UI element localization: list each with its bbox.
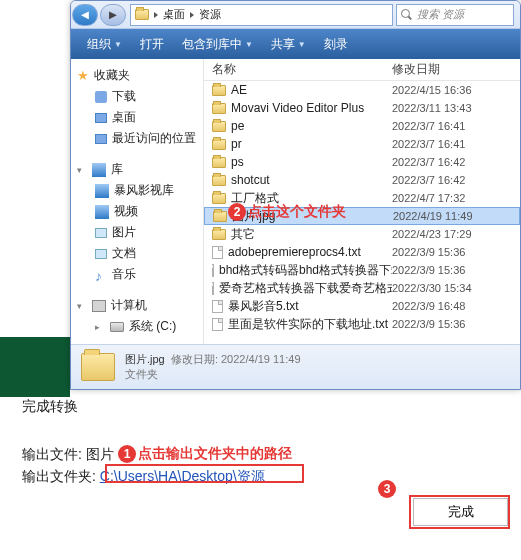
disk-icon xyxy=(110,322,124,332)
file-row[interactable]: bhd格式转码器bhd格式转换器下载.txt2022/3/9 15:36 xyxy=(204,261,520,279)
chevron-icon xyxy=(190,12,194,18)
music-icon: ♪ xyxy=(95,268,107,282)
file-date: 2022/3/9 15:36 xyxy=(392,318,520,330)
folder-icon xyxy=(212,175,226,186)
sidebar-item-docs[interactable]: 文档 xyxy=(71,243,203,264)
file-date: 2022/4/15 16:36 xyxy=(392,84,520,96)
file-name: AE xyxy=(231,83,247,97)
nav-fwd-button[interactable]: ► xyxy=(100,4,126,26)
file-row[interactable]: 里面是软件实际的下载地址.txt2022/3/9 15:36 xyxy=(204,315,520,333)
cmd-burn[interactable]: 刻录 xyxy=(316,33,356,56)
file-row[interactable]: adobepremiereprocs4.txt2022/3/9 15:36 xyxy=(204,243,520,261)
file-name: shotcut xyxy=(231,173,270,187)
col-mdate[interactable]: 修改日期 xyxy=(392,61,520,78)
column-headers[interactable]: 名称 修改日期 xyxy=(204,59,520,81)
file-date: 2022/3/7 16:41 xyxy=(392,138,520,150)
file-row[interactable]: ps2022/3/7 16:42 xyxy=(204,153,520,171)
file-icon xyxy=(212,264,214,277)
download-icon xyxy=(95,91,107,103)
file-name: adobepremiereprocs4.txt xyxy=(228,245,361,259)
file-row[interactable]: 其它2022/4/23 17:29 xyxy=(204,225,520,243)
file-name: 其它 xyxy=(231,226,255,243)
doc-icon xyxy=(95,249,107,259)
output-dir-row: 输出文件夹: C:\Users\HA\Desktop\资源 xyxy=(22,468,265,486)
file-row[interactable]: 爱奇艺格式转换器下载爱奇艺格式转换工...2022/3/30 15:34 xyxy=(204,279,520,297)
file-name: ps xyxy=(231,155,244,169)
file-date: 2022/3/9 15:36 xyxy=(392,246,520,258)
file-date: 2022/3/9 16:48 xyxy=(392,300,520,312)
library-icon xyxy=(92,163,106,177)
file-date: 2022/3/7 16:42 xyxy=(392,156,520,168)
col-name[interactable]: 名称 xyxy=(212,61,392,78)
file-row[interactable]: pr2022/3/7 16:41 xyxy=(204,135,520,153)
file-list: 名称 修改日期 AE2022/4/15 16:36Movavi Video Ed… xyxy=(204,59,520,344)
file-icon xyxy=(212,282,214,295)
address-bar[interactable]: 桌面 资源 xyxy=(130,4,393,26)
folder-icon xyxy=(212,121,226,132)
output-dir-path[interactable]: C:\Users\HA\Desktop\资源 xyxy=(100,468,265,484)
chevron-icon: ▸ xyxy=(95,322,105,332)
sidebar-item-downloads[interactable]: 下载 xyxy=(71,86,203,107)
file-row[interactable]: pe2022/3/7 16:41 xyxy=(204,117,520,135)
titlebar: ◄ ► 桌面 资源 搜索 资源 xyxy=(71,1,520,29)
sidebar: ★ 收藏夹 下载 桌面 最近访问的位置 ▾ 库 暴风影视库 视频 图片 文档 ♪… xyxy=(71,59,204,344)
sidebar-item-recent[interactable]: 最近访问的位置 xyxy=(71,128,203,149)
file-name: bhd格式转码器bhd格式转换器下载.txt xyxy=(219,262,392,279)
cmd-organize[interactable]: 组织 ▼ xyxy=(79,33,130,56)
file-name: 爱奇艺格式转换器下载爱奇艺格式转换工... xyxy=(219,280,392,297)
recent-icon xyxy=(95,134,107,144)
cmd-include[interactable]: 包含到库中 ▼ xyxy=(174,33,261,56)
sidebar-libraries[interactable]: ▾ 库 xyxy=(71,159,203,180)
sidebar-item-c-drive[interactable]: ▸系统 (C:) xyxy=(71,316,203,337)
explorer-body: ★ 收藏夹 下载 桌面 最近访问的位置 ▾ 库 暴风影视库 视频 图片 文档 ♪… xyxy=(71,59,520,344)
nav-back-button[interactable]: ◄ xyxy=(72,4,98,26)
finish-convert-label: 完成转换 xyxy=(22,398,78,416)
file-row[interactable]: AE2022/4/15 16:36 xyxy=(204,81,520,99)
breadcrumb-2[interactable]: 资源 xyxy=(199,7,221,22)
output-file-label: 输出文件: 图片 xyxy=(22,446,114,464)
chevron-icon: ▾ xyxy=(77,165,87,175)
file-icon xyxy=(212,300,223,313)
file-date: 2022/3/30 15:34 xyxy=(392,282,520,294)
desktop-icon xyxy=(95,113,107,123)
video-icon xyxy=(95,205,109,219)
file-name: 暴风影音5.txt xyxy=(228,298,299,315)
sidebar-item-desktop[interactable]: 桌面 xyxy=(71,107,203,128)
annotation-3: 3 xyxy=(378,480,396,498)
picture-icon xyxy=(95,228,107,238)
chevron-icon xyxy=(154,12,158,18)
cmd-share[interactable]: 共享 ▼ xyxy=(263,33,314,56)
sidebar-computer[interactable]: ▾ 计算机 xyxy=(71,295,203,316)
sidebar-item-videos[interactable]: 视频 xyxy=(71,201,203,222)
file-row[interactable]: Movavi Video Editor Plus2022/3/11 13:43 xyxy=(204,99,520,117)
file-row[interactable]: 暴风影音5.txt2022/3/9 16:48 xyxy=(204,297,520,315)
folder-icon xyxy=(81,353,115,381)
sidebar-item-pictures[interactable]: 图片 xyxy=(71,222,203,243)
chevron-down-icon: ▼ xyxy=(114,40,122,49)
computer-icon xyxy=(92,300,106,312)
folder-icon xyxy=(212,157,226,168)
file-name: pe xyxy=(231,119,244,133)
folder-icon xyxy=(135,9,149,20)
sidebar-item-music[interactable]: ♪音乐 xyxy=(71,264,203,285)
status-text: 图片.jpg 修改日期: 2022/4/19 11:49 文件夹 xyxy=(125,352,301,383)
done-button[interactable]: 完成 xyxy=(413,498,508,526)
file-date: 2022/3/7 16:41 xyxy=(392,120,520,132)
folder-icon xyxy=(212,103,226,114)
breadcrumb-1[interactable]: 桌面 xyxy=(163,7,185,22)
cmd-open[interactable]: 打开 xyxy=(132,33,172,56)
file-icon xyxy=(212,246,223,259)
file-date: 2022/4/19 11:49 xyxy=(393,210,519,222)
search-input[interactable]: 搜索 资源 xyxy=(396,4,514,26)
file-row[interactable]: shotcut2022/3/7 16:42 xyxy=(204,171,520,189)
sidebar-item[interactable]: 暴风影视库 xyxy=(71,180,203,201)
command-bar: 组织 ▼ 打开 包含到库中 ▼ 共享 ▼ 刻录 xyxy=(71,29,520,59)
folder-icon xyxy=(213,211,227,222)
file-icon xyxy=(212,318,223,331)
folder-icon xyxy=(212,193,226,204)
annotation-1: 1点击输出文件夹中的路径 xyxy=(118,445,292,463)
search-placeholder: 搜索 资源 xyxy=(417,7,464,22)
folder-icon xyxy=(212,139,226,150)
search-icon xyxy=(401,9,413,21)
sidebar-favorites[interactable]: ★ 收藏夹 xyxy=(71,65,203,86)
